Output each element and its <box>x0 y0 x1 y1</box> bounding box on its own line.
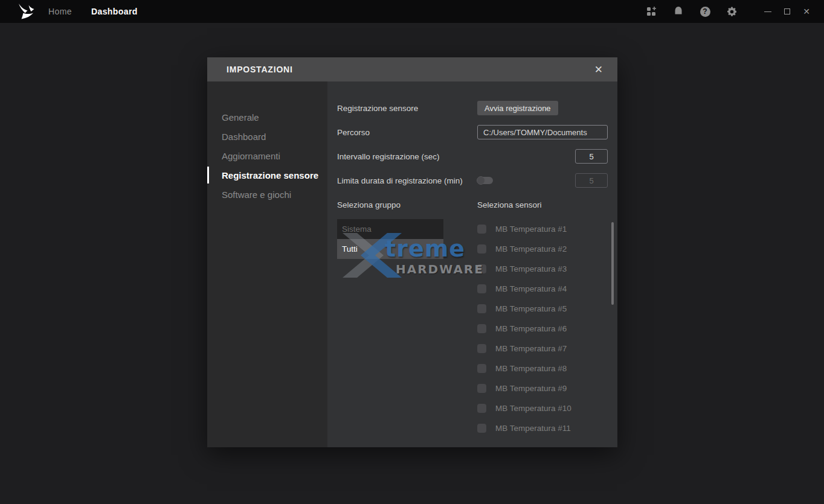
sensor-label: MB Temperatura #2 <box>495 244 567 254</box>
group-item-tutti[interactable]: Tutti <box>337 239 443 259</box>
sensor-row: MB Temperatura #7 <box>477 339 608 359</box>
sensor-label: MB Temperatura #10 <box>495 404 571 413</box>
sidebar-item-label: Aggiornamenti <box>222 151 280 161</box>
sensor-label: MB Temperatura #7 <box>495 344 567 353</box>
nav-home[interactable]: Home <box>48 7 72 16</box>
sensors-header: Seleziona sensori <box>477 200 542 209</box>
sidebar-item-label: Registrazione sensore <box>222 170 318 180</box>
sensor-label: MB Temperatura #3 <box>495 264 567 273</box>
sensor-checkbox[interactable] <box>477 364 486 373</box>
group-header: Seleziona gruppo <box>337 200 477 209</box>
sensor-row: MB Temperatura #9 <box>477 378 608 398</box>
sidebar-item-aggiornamenti[interactable]: Aggiornamenti <box>207 146 327 165</box>
sidebar-item-label: Generale <box>222 112 259 123</box>
sensor-label: MB Temperatura #11 <box>495 424 571 433</box>
sensor-checkbox[interactable] <box>477 244 486 254</box>
add-widget-icon[interactable] <box>645 5 658 18</box>
sidebar-item-label: Software e giochi <box>222 190 291 200</box>
sensor-row: MB Temperatura #8 <box>477 359 608 378</box>
toggle-knob <box>477 176 485 185</box>
sensor-label: MB Temperatura #5 <box>495 304 567 313</box>
sensor-row: MB Temperatura #11 <box>477 418 608 438</box>
group-item-label: Tutti <box>342 244 358 254</box>
sensor-checkbox[interactable] <box>477 384 486 393</box>
settings-content: Registrazione sensore Avvia registrazion… <box>327 81 617 447</box>
corsair-logo-icon <box>17 2 37 21</box>
sensor-checkbox[interactable] <box>477 284 486 293</box>
sidebar-item-dashboard[interactable]: Dashboard <box>207 127 327 146</box>
limit-duration-label: Limita durata di registrazione (min) <box>337 176 477 185</box>
close-window-button[interactable]: ✕ <box>800 5 813 18</box>
sensor-row: MB Temperatura #1 <box>477 219 608 239</box>
sidebar-item-registrazione-sensore[interactable]: Registrazione sensore <box>207 165 327 185</box>
group-item-sistema[interactable]: Sistema <box>337 219 443 239</box>
sensor-checkbox[interactable] <box>477 424 486 433</box>
limit-duration-toggle[interactable] <box>477 177 493 184</box>
sensor-row: MB Temperatura #6 <box>477 319 608 339</box>
group-list: Sistema Tutti <box>337 219 443 438</box>
row-path: Percorso <box>337 120 608 144</box>
settings-dialog: IMPOSTAZIONI ✕ Generale Dashboard Aggior… <box>207 57 617 447</box>
interval-input[interactable] <box>575 149 608 164</box>
path-label: Percorso <box>337 128 477 137</box>
sensor-label: MB Temperatura #6 <box>495 324 567 333</box>
sensor-row: MB Temperatura #2 <box>477 239 608 259</box>
dialog-title: IMPOSTAZIONI <box>227 65 293 74</box>
top-navigation: Home Dashboard <box>48 7 138 16</box>
sensor-checkbox[interactable] <box>477 324 486 333</box>
sensor-label: MB Temperatura #9 <box>495 384 567 393</box>
sensor-label: MB Temperatura #4 <box>495 284 567 293</box>
sidebar-item-generale[interactable]: Generale <box>207 107 327 127</box>
minimize-button[interactable] <box>761 5 774 18</box>
sensor-row: MB Temperatura #4 <box>477 279 608 299</box>
dialog-header: IMPOSTAZIONI ✕ <box>207 57 617 81</box>
help-icon[interactable]: ? <box>698 5 712 18</box>
interval-label: Intervallo registrazione (sec) <box>337 152 477 161</box>
settings-sidebar: Generale Dashboard Aggiornamenti Registr… <box>207 81 327 447</box>
sensor-list: MB Temperatura #1 MB Temperatura #2 MB T… <box>477 219 608 438</box>
sensor-checkbox[interactable] <box>477 264 486 273</box>
sidebar-item-label: Dashboard <box>222 132 266 142</box>
row-list-headers: Seleziona gruppo Seleziona sensori <box>337 193 608 217</box>
path-input[interactable] <box>477 125 608 139</box>
notifications-bell-icon[interactable] <box>672 5 685 18</box>
app-title-bar: Home Dashboard ? <box>0 0 824 23</box>
sensor-checkbox[interactable] <box>477 344 486 353</box>
maximize-button[interactable] <box>781 5 794 18</box>
sensor-label: MB Temperatura #8 <box>495 364 567 373</box>
dialog-close-icon[interactable]: ✕ <box>592 63 605 76</box>
row-interval: Intervallo registrazione (sec) <box>337 144 608 168</box>
sensor-checkbox[interactable] <box>477 304 486 313</box>
sensor-checkbox[interactable] <box>477 225 486 234</box>
group-item-label: Sistema <box>342 225 372 234</box>
recording-label: Registrazione sensore <box>337 104 477 113</box>
nav-dashboard[interactable]: Dashboard <box>91 7 138 16</box>
sensor-label: MB Temperatura #1 <box>495 225 567 234</box>
sensor-checkbox[interactable] <box>477 404 486 413</box>
row-limit-duration: Limita durata di registrazione (min) <box>337 168 608 193</box>
sensor-row: MB Temperatura #10 <box>477 398 608 418</box>
row-sensor-recording: Registrazione sensore Avvia registrazion… <box>337 96 608 120</box>
sensor-list-scrollbar[interactable] <box>611 222 614 305</box>
active-indicator <box>207 167 209 183</box>
sensor-row: MB Temperatura #5 <box>477 299 608 319</box>
sidebar-item-software-e-giochi[interactable]: Software e giochi <box>207 185 327 204</box>
start-recording-button[interactable]: Avvia registrazione <box>477 101 558 115</box>
settings-gear-icon[interactable] <box>725 5 738 18</box>
sensor-row: MB Temperatura #3 <box>477 259 608 279</box>
limit-duration-input <box>575 173 608 188</box>
